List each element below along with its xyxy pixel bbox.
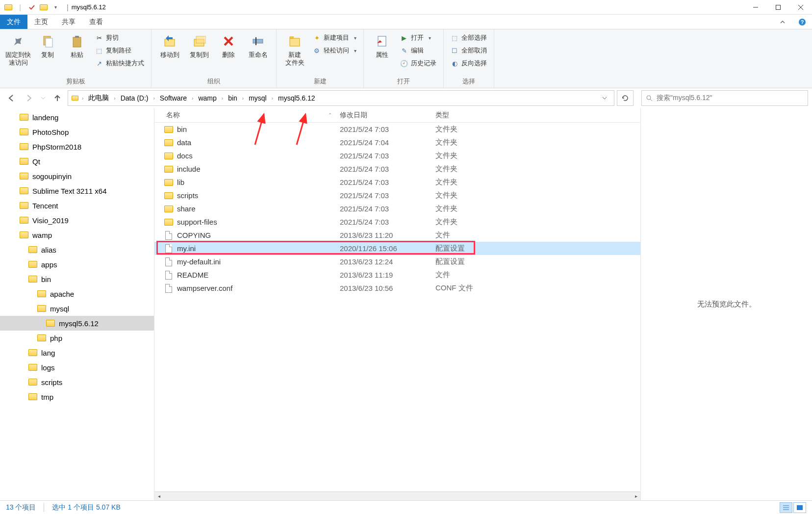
qat-folder-icon[interactable] bbox=[38, 2, 49, 13]
chevron-right-icon[interactable]: › bbox=[81, 96, 84, 101]
close-button[interactable] bbox=[789, 0, 812, 15]
chevron-right-icon[interactable]: › bbox=[221, 96, 224, 101]
history-button[interactable]: 🕘历史记录 bbox=[397, 57, 439, 70]
breadcrumb-item[interactable]: Data (D:) bbox=[118, 91, 152, 105]
paste-shortcut-button[interactable]: ↗粘贴快捷方式 bbox=[92, 57, 147, 70]
minimize-button[interactable] bbox=[744, 0, 767, 15]
breadcrumb-item[interactable]: mysql5.6.12 bbox=[275, 91, 318, 105]
folder-tree[interactable]: landengPhotoShopPhpStorm2018Qtsogoupinyi… bbox=[0, 108, 154, 500]
tree-item[interactable]: Visio_2019 bbox=[0, 213, 154, 228]
forward-button[interactable] bbox=[22, 91, 36, 105]
tree-item[interactable]: Qt bbox=[0, 154, 154, 169]
breadcrumb-item[interactable]: Software bbox=[157, 91, 190, 105]
address-dropdown-icon[interactable] bbox=[597, 96, 612, 101]
column-type[interactable]: 类型 bbox=[431, 111, 500, 120]
details-view-button[interactable] bbox=[780, 502, 792, 513]
recent-dropdown[interactable] bbox=[39, 91, 47, 105]
tree-item[interactable]: landeng bbox=[0, 110, 154, 125]
tree-item[interactable]: tmp bbox=[0, 389, 154, 404]
delete-button[interactable]: 删除 bbox=[214, 31, 243, 61]
file-row[interactable]: include2021/5/24 7:03文件夹 bbox=[154, 162, 640, 176]
paste-button[interactable]: 粘贴 bbox=[63, 31, 91, 61]
ribbon-collapse-icon[interactable] bbox=[773, 15, 792, 29]
tree-item[interactable]: apps bbox=[0, 257, 154, 272]
copy-button[interactable]: 复制 bbox=[33, 31, 62, 61]
breadcrumb-item[interactable]: mysql bbox=[246, 91, 270, 105]
easy-access-button[interactable]: ⚙轻松访问▾ bbox=[310, 44, 359, 57]
cut-button[interactable]: ✂剪切 bbox=[92, 31, 147, 44]
tree-item[interactable]: apache bbox=[0, 286, 154, 301]
move-to-button[interactable]: 移动到 bbox=[155, 31, 184, 61]
chevron-right-icon[interactable]: › bbox=[191, 96, 194, 101]
file-row[interactable]: lib2021/5/24 7:03文件夹 bbox=[154, 176, 640, 189]
chevron-right-icon[interactable]: › bbox=[241, 96, 245, 101]
tree-item-label: alias bbox=[41, 246, 56, 254]
file-row[interactable]: support-files2021/5/24 7:03文件夹 bbox=[154, 215, 640, 229]
scroll-right-icon[interactable]: ▸ bbox=[632, 492, 640, 500]
tab-share[interactable]: 共享 bbox=[55, 15, 82, 29]
tree-item[interactable]: wamp bbox=[0, 228, 154, 242]
help-icon[interactable]: ? bbox=[792, 15, 812, 29]
rename-button[interactable]: 重命名 bbox=[244, 31, 272, 61]
tree-item[interactable]: PhotoShop bbox=[0, 125, 154, 139]
back-button[interactable] bbox=[4, 91, 19, 105]
edit-button[interactable]: ✎编辑 bbox=[397, 44, 439, 57]
chevron-right-icon[interactable]: › bbox=[152, 96, 155, 101]
qat-checkmark-icon[interactable] bbox=[26, 2, 37, 13]
tree-item[interactable]: Tencent bbox=[0, 198, 154, 213]
file-row[interactable]: wampserver.conf2013/6/23 10:56CONF 文件 bbox=[154, 282, 640, 295]
file-type: 文件夹 bbox=[431, 151, 500, 160]
file-row[interactable]: README2013/6/23 11:19文件 bbox=[154, 268, 640, 282]
column-name[interactable]: 名称⌃ bbox=[154, 111, 336, 120]
file-row[interactable]: my-default.ini2013/6/23 12:24配置设置 bbox=[154, 255, 640, 268]
file-date: 2021/5/24 7:03 bbox=[336, 191, 431, 200]
file-row[interactable]: share2021/5/24 7:03文件夹 bbox=[154, 202, 640, 215]
file-row[interactable]: bin2021/5/24 7:03文件夹 bbox=[154, 123, 640, 136]
horizontal-scrollbar[interactable]: ◂ ▸ bbox=[154, 491, 640, 500]
tab-home[interactable]: 主页 bbox=[27, 15, 55, 29]
pin-quick-access-button[interactable]: 固定到快 速访问 bbox=[4, 31, 32, 68]
chevron-right-icon[interactable]: › bbox=[113, 96, 116, 101]
tree-item[interactable]: logs bbox=[0, 360, 154, 375]
up-button[interactable] bbox=[50, 91, 65, 105]
tree-item[interactable]: lang bbox=[0, 345, 154, 360]
file-row[interactable]: docs2021/5/24 7:03文件夹 bbox=[154, 149, 640, 162]
file-row[interactable]: scripts2021/5/24 7:03文件夹 bbox=[154, 189, 640, 202]
new-item-button[interactable]: ✦新建项目▾ bbox=[310, 31, 359, 44]
tree-item[interactable]: PhpStorm2018 bbox=[0, 139, 154, 154]
file-row[interactable]: data2021/5/24 7:04文件夹 bbox=[154, 136, 640, 149]
properties-button[interactable]: 属性 bbox=[368, 31, 396, 61]
breadcrumb-item[interactable]: bin bbox=[225, 91, 240, 105]
tree-item[interactable]: sogoupinyin bbox=[0, 169, 154, 183]
file-row[interactable]: COPYING2013/6/23 11:20文件 bbox=[154, 229, 640, 242]
tree-item[interactable]: php bbox=[0, 331, 154, 345]
chevron-right-icon[interactable]: › bbox=[271, 96, 274, 101]
breadcrumb-item[interactable]: wamp bbox=[195, 91, 219, 105]
maximize-button[interactable] bbox=[767, 0, 789, 15]
file-row[interactable]: my.ini2020/11/26 15:06配置设置 bbox=[154, 242, 640, 255]
column-modified[interactable]: 修改日期 bbox=[336, 111, 431, 120]
new-folder-button[interactable]: 新建 文件夹 bbox=[280, 31, 309, 68]
tab-file[interactable]: 文件 bbox=[0, 15, 27, 29]
refresh-button[interactable] bbox=[617, 90, 634, 106]
tree-item[interactable]: scripts bbox=[0, 375, 154, 389]
breadcrumb[interactable]: › 此电脑› Data (D:)› Software› wamp› bin› m… bbox=[68, 90, 614, 106]
qat-dropdown-icon[interactable]: ▾ bbox=[50, 2, 61, 13]
tree-item[interactable]: mysql5.6.12 bbox=[0, 316, 154, 331]
file-list[interactable]: bin2021/5/24 7:03文件夹data2021/5/24 7:04文件… bbox=[154, 123, 640, 491]
scroll-left-icon[interactable]: ◂ bbox=[154, 492, 163, 500]
tree-item[interactable]: alias bbox=[0, 242, 154, 257]
copy-to-button[interactable]: 复制到 bbox=[185, 31, 213, 61]
tree-item[interactable]: mysql bbox=[0, 301, 154, 316]
tree-item[interactable]: bin bbox=[0, 272, 154, 286]
icons-view-button[interactable] bbox=[793, 502, 806, 513]
breadcrumb-item[interactable]: 此电脑 bbox=[85, 91, 112, 105]
select-none-button[interactable]: ☐全部取消 bbox=[448, 44, 490, 57]
open-button[interactable]: ▶打开▾ bbox=[397, 31, 439, 44]
select-all-button[interactable]: ⬚全部选择 bbox=[448, 31, 490, 44]
tree-item[interactable]: Sublime Text 3211 x64 bbox=[0, 183, 154, 198]
search-input[interactable]: 搜索"mysql5.6.12" bbox=[641, 90, 808, 106]
copy-path-button[interactable]: ⬚复制路径 bbox=[92, 44, 147, 57]
invert-selection-button[interactable]: ◐反向选择 bbox=[448, 57, 490, 70]
tab-view[interactable]: 查看 bbox=[82, 15, 110, 29]
